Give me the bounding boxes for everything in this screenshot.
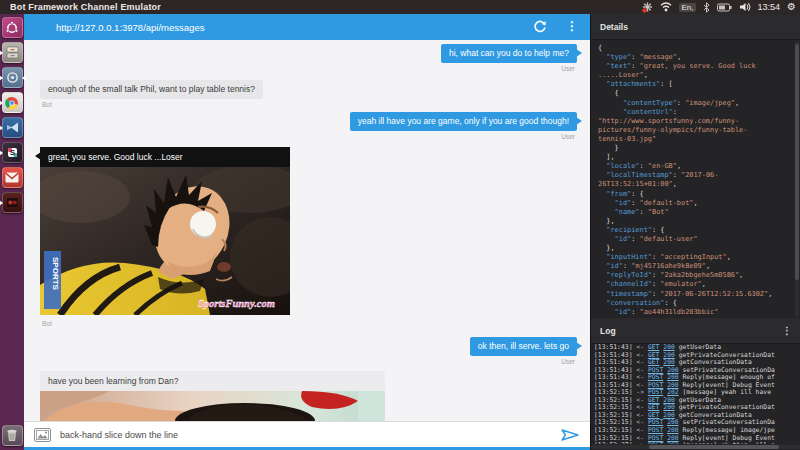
json-line: "id": "mj45716ahe9k8e09", — [598, 262, 795, 271]
ubuntu-top-panel: Bot Framework Channel Emulator En, 13:54… — [0, 0, 800, 14]
log-list: [13:51:43] <- GET 200 getUserData[13:51:… — [591, 344, 797, 444]
json-line: "id": "ao44h31ldb203bbic" — [598, 308, 795, 317]
reconnect-icon[interactable] — [532, 19, 548, 35]
json-line: "type": "message", — [598, 53, 795, 62]
json-line: }, — [598, 244, 795, 253]
message-sender-label: User — [561, 133, 575, 140]
focused-indicator — [22, 75, 26, 81]
json-line: "text": "great, you serve. Good luck — [598, 62, 795, 71]
launcher-item-email[interactable] — [2, 167, 23, 188]
log-scrollbar[interactable] — [591, 445, 800, 449]
battery-icon[interactable] — [717, 3, 732, 12]
send-icon[interactable] — [560, 426, 580, 444]
message-text: enough of the small talk Phil, want to p… — [48, 84, 255, 94]
message-text: have you been learning from Dan? — [40, 371, 385, 391]
json-line: "locale": "en-GB", — [598, 162, 795, 171]
json-line: "id": "default-user" — [598, 235, 795, 244]
running-indicator — [0, 75, 3, 81]
chat-bubble-user: ok then, ill serve. lets go — [470, 337, 577, 356]
session-gear-icon[interactable]: ⚙ — [787, 0, 796, 14]
details-title: Details — [600, 22, 628, 32]
json-line: } — [598, 144, 795, 153]
message-composer — [24, 421, 590, 447]
chat-history: hi, what can you do to help me? User eno… — [24, 40, 590, 421]
address-bar: http://127.0.0.1:3978/api/messages ⋮ — [24, 14, 590, 40]
log-message: [message] ok then. ill s — [679, 441, 775, 444]
json-line: }, — [598, 217, 795, 226]
address-menu-icon[interactable]: ⋮ — [566, 18, 578, 35]
message-text: ok then, ill serve. lets go — [478, 341, 569, 351]
launcher-item-media-player[interactable] — [2, 192, 23, 213]
message-text: hi, what can you do to help me? — [449, 48, 569, 58]
chat-bubble-user: yeah ill have you are game, only if you … — [350, 112, 577, 131]
json-line: "replyToId": "2aka2bbgehe5m0586", — [598, 271, 795, 280]
unity-launcher: S — [0, 14, 24, 450]
card-title: great, you serve. Good luck ...Loser — [40, 147, 290, 167]
json-line: "id": "default-bot", — [598, 199, 795, 208]
message-sender-label: User — [561, 358, 575, 365]
chat-column: http://127.0.0.1:3978/api/messages ⋮ hi,… — [24, 14, 590, 450]
json-line: "attachments": [ — [598, 80, 795, 89]
log-row: [13:52:37] -> POST 202 [message] ok then… — [594, 442, 797, 444]
json-line: "contentUrl": — [598, 108, 795, 117]
software-updater-icon[interactable] — [642, 2, 653, 13]
details-header: Details — [591, 14, 800, 40]
json-line: "channelId": "emulator", — [598, 280, 795, 289]
window-title: Bot Framework Channel Emulator — [10, 2, 161, 12]
running-indicator — [0, 50, 3, 56]
bluetooth-icon[interactable] — [703, 2, 710, 13]
json-line: { — [598, 89, 795, 98]
launcher-item-bot-emulator[interactable] — [2, 67, 23, 88]
upload-image-button[interactable] — [34, 428, 51, 442]
message-sender-label: Bot — [42, 320, 52, 327]
endpoint-url-input[interactable]: http://127.0.0.1:3978/api/messages — [56, 22, 204, 33]
message-input[interactable] — [60, 430, 560, 440]
launcher-item-trash[interactable] — [2, 425, 23, 446]
clock[interactable]: 13:54 — [758, 2, 781, 12]
launcher-item-files[interactable] — [2, 42, 23, 63]
launcher-item-ubuntu-dash[interactable] — [2, 17, 23, 38]
message-text: great, you serve. Good luck ...Loser — [48, 152, 183, 162]
json-line: .....Loser", — [598, 71, 795, 80]
banner-text: SPORTS — [51, 257, 60, 291]
json-line: "name": "Bot" — [598, 208, 795, 217]
volume-icon[interactable] — [739, 2, 751, 12]
message-sender-label: Bot — [42, 101, 52, 108]
json-line: ], — [598, 153, 795, 162]
message-sender-label: User — [561, 65, 575, 72]
running-indicator — [0, 200, 3, 206]
desktop: Bot Framework Channel Emulator En, 13:54… — [0, 0, 800, 450]
launcher-item-chrome[interactable] — [2, 92, 23, 113]
chat-bubble-bot: enough of the small talk Phil, want to p… — [40, 80, 263, 99]
json-line: "contentType": "image/jpeg", — [598, 99, 795, 108]
log-direction: -> — [636, 441, 648, 444]
json-line: "conversation": { — [598, 299, 795, 308]
json-line: "recipient": { — [598, 226, 795, 235]
log-title: Log — [600, 326, 616, 336]
running-indicator — [0, 125, 3, 131]
inspector-panel: Details { "type": "message", "text": "gr… — [590, 14, 800, 450]
system-tray: En, 13:54 ⚙ — [642, 0, 796, 14]
json-line: 26T13:52:15+01:00", — [598, 180, 795, 189]
message-text: yeah ill have you are game, only if you … — [358, 116, 569, 126]
details-scrollbar[interactable] — [795, 42, 799, 316]
svg-text:S: S — [9, 148, 15, 157]
json-line: { — [598, 44, 795, 53]
log-timestamp: [13:52:37] — [594, 441, 636, 444]
table-tennis-meme-image: SPORTS SportsFunny.com — [40, 167, 290, 315]
launcher-item-visual-studio[interactable] — [2, 117, 23, 138]
running-indicator — [0, 150, 3, 156]
json-line: tennis-03.jpg" — [598, 135, 795, 144]
running-indicator — [0, 100, 3, 106]
json-line: pictures/funny-olympics/funny-table- — [598, 126, 795, 135]
chat-bubble-user: hi, what can you do to help me? — [441, 44, 577, 63]
log-method-link[interactable]: POST — [648, 441, 663, 444]
keyboard-layout-indicator[interactable]: En, — [679, 3, 695, 12]
log-status-link[interactable]: 202 — [667, 441, 679, 444]
log-menu-icon[interactable]: ⋮ — [782, 318, 792, 344]
emulator-window: http://127.0.0.1:3978/api/messages ⋮ hi,… — [24, 14, 800, 450]
wifi-icon[interactable] — [660, 2, 672, 12]
bot-attachment-message: have you been learning from Dan? — [40, 371, 385, 421]
attached-photo-cropped — [40, 391, 385, 421]
launcher-item-slack[interactable]: S — [2, 142, 23, 163]
